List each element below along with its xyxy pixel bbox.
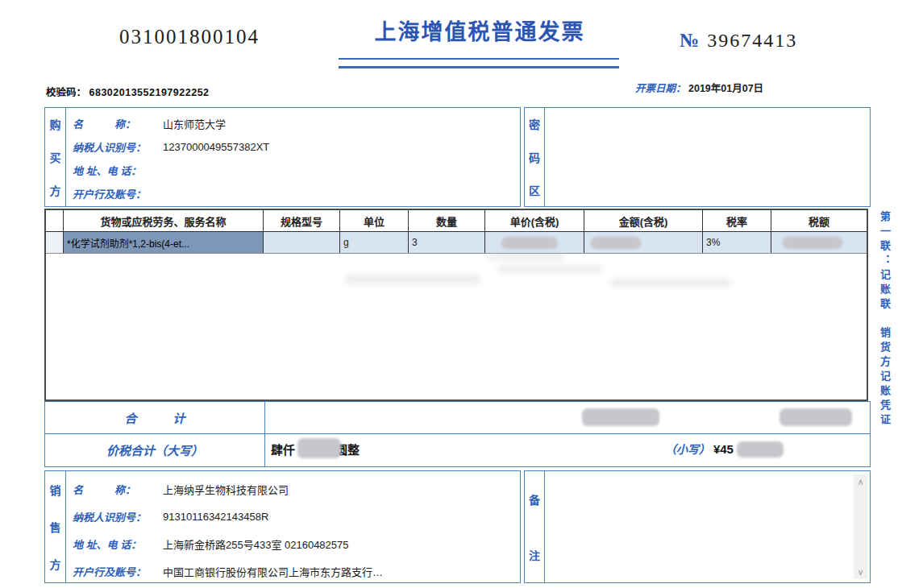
erased-text-smudge [610,278,731,288]
item-unit-cell[interactable]: g [340,232,409,253]
remark-char: 备 [529,491,540,507]
seller-address-value: 上海新金桥路255号433室 02160482575 [163,536,349,552]
copy-designation-note: 第一联：记账联 销货方记账凭证 [877,211,892,470]
items-table: 货物或应税劳务、服务名称 规格型号 单位 数量 单价(含税) 金额(含税) 税率… [44,209,868,401]
buyer-bank-row: 开户行及账号： [73,182,520,205]
grand-total-row: 价税合计（大写） 肆仟圆整 （小写） ¥45 [44,433,871,467]
redacted-numeric-amount [737,441,784,458]
seller-address-label: 地 址、电 话： [73,536,163,552]
totals-row: 合 计 [44,401,871,434]
item-name-cell[interactable]: *化学试剂助剂*1,2-bis(4-et... [64,232,264,253]
seller-bank-row: 开户行及账号： 中国工商银行股份有限公司上海市东方路支行… [73,557,520,585]
col-amount: 金额(含税) [584,210,703,231]
buyer-box: 购 买 方 名 称： 山东师范大学 纳税人识别号： 12370000495573… [44,107,521,207]
remark-zone-label: 备 注 [524,470,545,583]
erased-text-smudge [488,254,565,260]
seller-name-label: 名 称： [73,482,163,497]
remark-scrollbar[interactable]: ∧ ∨ [854,474,867,579]
invoice-code: 031001800104 [119,26,260,48]
buyer-name-row: 名 称： 山东师范大学 [73,112,520,135]
item-row[interactable]: *化学试剂助剂*1,2-bis(4-et... g 3 3% [46,232,867,254]
small-写-label: （小写） [665,443,710,456]
buyer-taxid-label: 纳税人识别号： [73,139,163,155]
seller-party-label: 销 售 方 [45,471,66,582]
buyer-char: 买 [50,149,61,165]
buyer-party-label: 购 买 方 [45,108,66,206]
col-unit: 单位 [340,210,409,231]
seller-name-value: 上海纳孚生物科技有限公司 [163,482,289,497]
buyer-taxid-value: 1237000049557382XT [163,141,269,153]
redacted-tax-total [780,408,852,426]
item-tax-amount-cell[interactable] [771,232,867,253]
erased-text-smudge [497,265,602,273]
grand-total-label: 价税合计（大写） [45,433,265,466]
check-code-value: 68302013552197922252 [89,87,210,98]
grand-total-prefix: 肆仟 [271,443,295,457]
invoice-page: 031001800104 上海增值税普通发票 №39674413 校验码： 68… [0,0,898,588]
remark-char: 注 [529,547,540,563]
password-zone-box [544,107,871,207]
erased-text-smudge [344,275,481,284]
remark-box[interactable]: ∧ ∨ [544,470,871,583]
buyer-taxid-row: 纳税人识别号： 1237000049557382XT [73,135,520,159]
invoice-number: №39674413 [680,29,797,52]
password-char: 码 [529,149,540,165]
small-value-prefix: ¥45 [713,442,734,456]
col-unit-price: 单价(含税) [485,210,584,231]
col-tax-rate: 税率 [703,210,771,231]
issue-date-value: 2019年01月07日 [688,83,763,94]
redacted-tax [783,237,842,249]
seller-fields: 名 称： 上海纳孚生物科技有限公司 纳税人识别号： 91310116342143… [66,471,520,582]
col-tax-amount: 税额 [771,210,867,231]
seller-bank-value: 中国工商银行股份有限公司上海市东方路支行… [163,564,383,579]
buyer-char: 购 [50,116,61,132]
scroll-down-icon[interactable]: ∨ [854,566,867,578]
redacted-amount [591,237,641,249]
issue-date-line: 开票日期： 2019年01月07日 [635,80,763,95]
items-header-row: 货物或应税劳务、服务名称 规格型号 单位 数量 单价(含税) 金额(含税) 税率… [46,210,867,232]
col-spec: 规格型号 [264,210,340,231]
seller-name-row: 名 称： 上海纳孚生物科技有限公司 [73,475,520,503]
item-tax-rate-cell[interactable]: 3% [703,232,771,253]
selector-header-cell [46,210,64,231]
totals-label: 合 计 [45,402,265,433]
check-code-label: 校验码： [46,87,86,98]
seller-address-row: 地 址、电 话： 上海新金桥路255号433室 02160482575 [73,530,520,557]
item-spec-cell[interactable] [264,232,340,253]
buyer-bank-label: 开户行及账号： [73,186,163,201]
seller-taxid-label: 纳税人识别号： [73,509,163,524]
issue-date-label: 开票日期： [635,83,686,94]
buyer-address-label: 地 址、电 话： [73,163,163,178]
item-amount-cell[interactable] [584,232,703,253]
password-char: 区 [529,182,540,198]
scroll-up-icon[interactable]: ∧ [854,476,867,487]
redacted-unit-price [501,237,558,249]
buyer-fields: 名 称： 山东师范大学 纳税人识别号： 1237000049557382XT 地… [66,108,520,206]
redacted-chinese-amount [297,438,341,458]
seller-bank-label: 开户行及账号： [73,564,163,579]
col-qty: 数量 [409,210,485,231]
row-selector-cell[interactable] [46,232,64,253]
seller-char: 销 [50,482,61,498]
items-empty-area [46,254,867,400]
totals-values [265,402,870,433]
seller-taxid-value: 91310116342143458R [163,511,268,523]
numero-symbol: № [680,30,699,51]
buyer-name-label: 名 称： [73,116,163,131]
grand-total-values: 肆仟圆整 （小写） ¥45 [265,433,870,466]
password-zone-label: 密 码 区 [524,107,545,207]
item-unit-price-cell[interactable] [485,232,584,253]
invoice-number-value: 39674413 [707,30,797,51]
seller-char: 方 [50,556,61,572]
redacted-amount-total [582,408,659,426]
grand-total-numeric: （小写） ¥45 [665,441,784,458]
buyer-address-row: 地 址、电 话： [73,159,520,182]
seller-taxid-row: 纳税人识别号： 91310116342143458R [73,503,520,530]
seller-box: 销 售 方 名 称： 上海纳孚生物科技有限公司 纳税人识别号： 91310116… [44,470,521,583]
col-name: 货物或应税劳务、服务名称 [64,210,264,231]
buyer-name-value: 山东师范大学 [163,116,226,131]
buyer-char: 方 [50,182,61,198]
title-double-underline [339,58,619,68]
item-qty-cell[interactable]: 3 [409,232,485,253]
invoice-title: 上海增值税普通发票 [339,14,621,46]
